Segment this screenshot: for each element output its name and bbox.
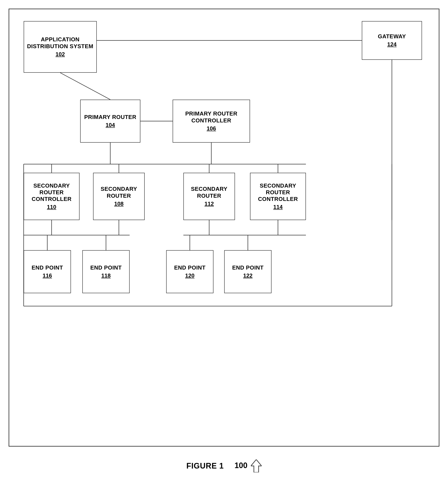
figure-ref-number: 100 [235, 461, 247, 470]
node-endpoint-116: END POINT 116 [24, 250, 71, 293]
node-primary-router-id: 104 [106, 122, 115, 128]
diagram-container: APPLICATION DISTRIBUTION SYSTEM 102 GATE… [9, 9, 439, 447]
node-sec-router-ctrl-114-id: 114 [273, 204, 282, 210]
node-gateway-title: GATEWAY [378, 33, 406, 40]
node-endpoint-118-id: 118 [101, 272, 110, 279]
figure-text: FIGURE 1 [186, 461, 224, 470]
node-sec-router-ctrl-110-id: 110 [47, 204, 56, 210]
node-primary-router-ctrl: PRIMARY ROUTER CONTROLLER 106 [173, 100, 250, 143]
node-primary-router: PRIMARY ROUTER 104 [80, 100, 140, 143]
figure-ref: 100 [235, 459, 262, 472]
node-ads-title: APPLICATION DISTRIBUTION SYSTEM [26, 36, 94, 49]
node-gateway-id: 124 [387, 41, 397, 48]
arrow-up-icon [251, 459, 262, 472]
node-endpoint-116-id: 116 [43, 272, 52, 279]
node-endpoint-122-title: END POINT [232, 264, 264, 271]
node-primary-router-ctrl-title: PRIMARY ROUTER CONTROLLER [175, 110, 247, 124]
node-sec-router-112-title: SECONDARY ROUTER [186, 186, 232, 199]
node-primary-router-title: PRIMARY ROUTER [84, 114, 136, 120]
node-primary-router-ctrl-id: 106 [206, 125, 216, 132]
node-sec-router-108: SECONDARY ROUTER 108 [93, 173, 145, 220]
node-sec-router-108-title: SECONDARY ROUTER [96, 186, 142, 199]
node-endpoint-122: END POINT 122 [224, 250, 272, 293]
figure-label: FIGURE 1 100 [186, 459, 262, 472]
node-endpoint-122-id: 122 [243, 272, 252, 279]
node-endpoint-120: END POINT 120 [166, 250, 213, 293]
node-endpoint-118-title: END POINT [90, 264, 122, 271]
node-endpoint-118: END POINT 118 [82, 250, 130, 293]
node-sec-router-ctrl-114: SECONDARY ROUTER CONTROLLER 114 [250, 173, 306, 220]
node-gateway: GATEWAY 124 [362, 21, 422, 60]
node-endpoint-120-id: 120 [185, 272, 194, 279]
node-sec-router-108-id: 108 [114, 201, 123, 207]
svg-line-0 [60, 73, 110, 100]
node-sec-router-ctrl-114-title: SECONDARY ROUTER CONTROLLER [253, 182, 303, 203]
node-endpoint-116-title: END POINT [32, 264, 63, 271]
node-sec-router-ctrl-110: SECONDARY ROUTER CONTROLLER 110 [24, 173, 80, 220]
node-ads-id: 102 [55, 51, 65, 58]
node-ads: APPLICATION DISTRIBUTION SYSTEM 102 [24, 21, 97, 73]
node-endpoint-120-title: END POINT [174, 264, 206, 271]
connectors-svg [9, 9, 439, 446]
node-sec-router-ctrl-110-title: SECONDARY ROUTER CONTROLLER [26, 182, 77, 203]
svg-marker-26 [251, 459, 262, 472]
node-sec-router-112-id: 112 [205, 201, 214, 207]
node-sec-router-112: SECONDARY ROUTER 112 [183, 173, 235, 220]
